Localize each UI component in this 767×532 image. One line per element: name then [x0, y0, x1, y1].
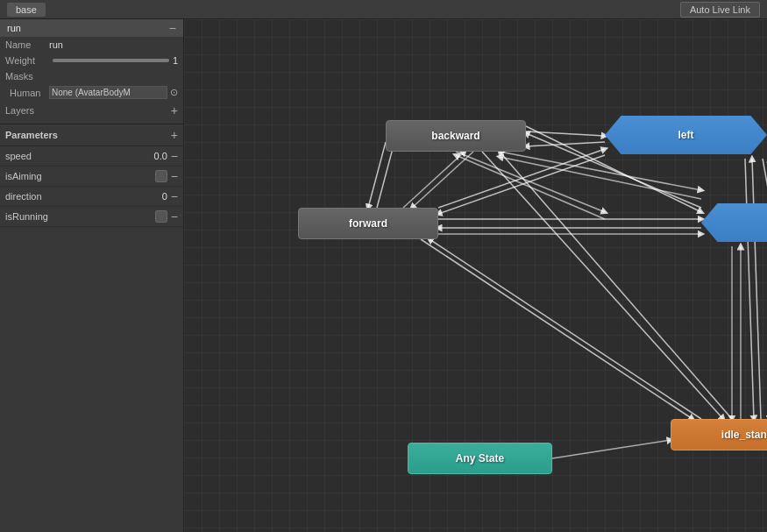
svg-line-16	[752, 159, 761, 419]
param-isrunning-name: isRunning	[5, 211, 155, 222]
param-speed: speed 0.0 −	[0, 146, 183, 167]
masks-row: Masks	[0, 68, 183, 84]
base-tab[interactable]: base	[7, 3, 46, 17]
layer-remove-button[interactable]: −	[169, 22, 176, 34]
param-direction-remove[interactable]: −	[171, 189, 178, 203]
node-any-state[interactable]: Any State	[408, 443, 552, 474]
weight-slider[interactable]	[53, 59, 169, 62]
masks-label: Masks	[5, 71, 49, 82]
params-section: Parameters + speed 0.0 − isAiming − dire…	[0, 124, 183, 532]
weight-slider-fill	[53, 59, 169, 62]
node-right[interactable]: right	[701, 203, 767, 242]
param-isaiming: isAiming −	[0, 167, 183, 187]
params-header: Parameters +	[0, 124, 183, 146]
param-direction-name: direction	[5, 191, 141, 202]
param-isrunning-checkbox[interactable]	[155, 210, 167, 223]
top-bar: base Auto Live Link	[0, 0, 767, 19]
node-idle-stand[interactable]: idle_stand	[671, 419, 767, 450]
name-row: Name run	[0, 37, 183, 53]
auto-live-link-button[interactable]: Auto Live Link	[680, 2, 760, 18]
svg-line-22	[456, 155, 605, 219]
svg-line-2	[526, 142, 605, 146]
name-value: run	[49, 39, 178, 50]
param-isrunning: isRunning −	[0, 207, 183, 227]
canvas-area: backward left forward right idle_stand A…	[184, 19, 767, 532]
layer-section: run − Name run Weight 1 Masks Human None…	[0, 19, 183, 124]
param-direction: direction 0 −	[0, 187, 183, 207]
layers-label: Layers	[5, 105, 34, 116]
human-row: Human None (AvatarBodyM ⊙	[0, 84, 183, 101]
node-left-label: left	[678, 129, 694, 141]
svg-line-30	[552, 440, 671, 458]
param-speed-name: speed	[5, 151, 141, 161]
weight-label: Weight	[5, 55, 49, 66]
layer-header: run −	[0, 19, 183, 37]
svg-line-20	[377, 142, 394, 208]
params-add-button[interactable]: +	[171, 128, 178, 142]
svg-line-5	[482, 152, 723, 419]
layers-header-row: Layers +	[0, 101, 183, 120]
left-panel: run − Name run Weight 1 Masks Human None…	[0, 19, 184, 532]
node-backward-label: backward	[431, 130, 479, 142]
node-any-state-label: Any State	[456, 452, 504, 465]
svg-line-15	[745, 159, 754, 419]
svg-line-13	[763, 159, 767, 208]
svg-line-8	[438, 155, 605, 214]
node-forward-label: forward	[349, 217, 387, 230]
param-isrunning-remove[interactable]: −	[171, 209, 178, 223]
weight-value: 1	[173, 55, 178, 66]
svg-line-24	[500, 157, 701, 199]
node-left[interactable]: left	[605, 116, 767, 154]
svg-line-27	[412, 152, 473, 208]
param-direction-value: 0	[141, 191, 167, 202]
human-label: Human	[10, 88, 49, 98]
params-label: Parameters	[5, 130, 58, 140]
human-dots-button[interactable]: ⊙	[170, 87, 178, 98]
svg-line-6	[500, 152, 732, 419]
svg-line-26	[403, 152, 465, 208]
param-speed-remove[interactable]: −	[171, 149, 178, 163]
param-isaiming-name: isAiming	[5, 171, 155, 181]
svg-line-12	[430, 239, 701, 419]
svg-line-1	[526, 131, 605, 136]
svg-line-23	[500, 152, 701, 190]
layers-add-button[interactable]: +	[171, 103, 178, 117]
param-speed-value: 0.0	[141, 151, 167, 161]
param-isaiming-remove[interactable]: −	[171, 169, 178, 183]
svg-line-21	[456, 152, 605, 212]
svg-line-19	[368, 142, 386, 208]
svg-line-7	[438, 149, 605, 208]
param-isaiming-checkbox[interactable]	[155, 170, 167, 182]
name-label: Name	[5, 39, 49, 50]
node-idle-stand-label: idle_stand	[721, 429, 767, 441]
node-forward[interactable]: forward	[298, 208, 438, 239]
weight-row: Weight 1	[0, 53, 183, 68]
node-backward[interactable]: backward	[386, 120, 526, 152]
svg-line-11	[421, 239, 692, 419]
human-select[interactable]: None (AvatarBodyM	[49, 86, 167, 99]
layer-name: run	[7, 23, 21, 33]
